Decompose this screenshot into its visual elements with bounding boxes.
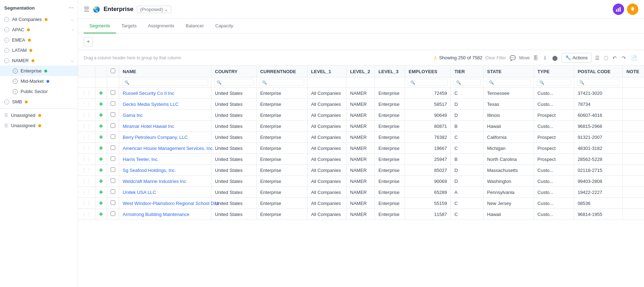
col-header-note[interactable]: NOTE [623, 66, 644, 77]
add-row-icon[interactable]: ✚ [99, 123, 103, 129]
add-row-icon[interactable]: ✚ [99, 167, 103, 173]
sidebar-item-unassigned-1[interactable]: ☰ Unassigned [0, 110, 78, 120]
company-link[interactable]: Miramar Hotel Hawaii Inc [123, 124, 174, 129]
col-header-currentnode[interactable]: CURRENTNODE [256, 66, 307, 77]
cell-tier: C [451, 132, 483, 143]
status-badge[interactable]: (Proposed) ⌄ [137, 6, 171, 13]
tab-targets[interactable]: Targets [116, 19, 143, 33]
add-row-icon[interactable]: ✚ [99, 145, 103, 151]
row-checkbox[interactable] [111, 167, 115, 172]
table-row: ⋮⋮ ✚ Armstrong Building Maintenance Unit… [78, 209, 644, 220]
add-row-icon[interactable]: ✚ [99, 90, 103, 96]
add-row-icon[interactable]: ✚ [99, 112, 103, 118]
company-link[interactable]: Russell Security Co II Inc [123, 91, 174, 96]
sidebar-item-latam[interactable]: ○ LATAM [0, 45, 78, 55]
company-link[interactable]: American House Management Services, Inc. [123, 146, 214, 151]
row-checkbox[interactable] [111, 200, 115, 205]
add-row-icon[interactable]: ✚ [99, 189, 103, 195]
cell-employees: 65289 [405, 187, 451, 198]
add-row-icon[interactable]: ✚ [99, 211, 103, 217]
search-name-input[interactable] [131, 80, 206, 85]
company-link[interactable]: West Windsor-Plainsboro Regional School … [123, 201, 219, 206]
company-link[interactable]: Gecko Media Systems LLC [123, 102, 179, 107]
sidebar-item-enterprise[interactable]: ○ Enterprise [0, 66, 78, 76]
tab-assignments[interactable]: Assignments [142, 19, 180, 33]
row-checkbox[interactable] [111, 189, 115, 194]
cell-type: Prospect [534, 143, 574, 154]
sidebar-item-mid-market[interactable]: ○ Mid-Market [0, 76, 78, 86]
sidebar-item-apac[interactable]: ○ APAC › [0, 25, 78, 35]
analytics-button[interactable] [613, 4, 624, 15]
add-cell: ✚ [95, 132, 107, 143]
add-row-icon[interactable]: ✚ [99, 101, 103, 107]
company-link[interactable]: Berry Petroleum Company, LLC [123, 135, 188, 140]
company-link[interactable]: Armstrong Building Maintenance [123, 212, 189, 217]
col-header-state[interactable]: STATE [483, 66, 534, 77]
comment-icon[interactable]: 💬 [508, 54, 517, 62]
company-link[interactable]: Harris Teeter, Inc. [123, 157, 159, 162]
col-header-employees[interactable]: EMPLOYEES [405, 66, 451, 77]
company-link[interactable]: Weldcraft Marine Industries Inc [123, 179, 186, 184]
settings-button[interactable] [627, 4, 638, 15]
download-icon[interactable]: ⇩ [542, 54, 549, 62]
tab-balancer[interactable]: Balancer [180, 19, 210, 33]
company-link[interactable]: Gama Inc [123, 113, 143, 118]
row-checkbox[interactable] [111, 101, 115, 106]
sidebar-item-unassigned-2[interactable]: ☰ Unassigned [0, 120, 78, 131]
delete-icon[interactable]: ⎕ [603, 54, 609, 62]
tab-segments[interactable]: Segments [84, 19, 116, 33]
export-icon[interactable]: 📄 [629, 54, 638, 62]
search-emp-input[interactable] [417, 80, 445, 85]
move-text[interactable]: Move [519, 55, 529, 60]
row-checkbox[interactable] [111, 156, 115, 161]
tab-capacity[interactable]: Capacity [210, 19, 239, 33]
redo-icon[interactable]: ↷ [620, 54, 627, 62]
row-checkbox[interactable] [111, 178, 115, 183]
col-header-level2[interactable]: LEVEL_2 [346, 66, 375, 77]
col-header-tier[interactable]: TIER [451, 66, 483, 77]
row-checkbox[interactable] [111, 134, 115, 139]
search-node-input[interactable] [268, 80, 302, 85]
search-tier-input[interactable] [462, 80, 478, 85]
search-state-input[interactable] [495, 80, 528, 85]
hamburger-icon[interactable]: ☰ [84, 5, 89, 13]
sidebar-item-smb[interactable]: ○ SMB [0, 97, 78, 107]
add-row-icon[interactable]: ✚ [99, 156, 103, 162]
cell-type: Custo... [534, 176, 574, 187]
circle-icon[interactable]: ⬤ [551, 54, 559, 62]
sidebar-item-public-sector[interactable]: ○ Public Sector [0, 86, 78, 97]
row-checkbox[interactable] [111, 211, 115, 216]
col-header-type[interactable]: TYPE [534, 66, 574, 77]
add-column-button[interactable]: + [84, 37, 93, 46]
sidebar-item-emea[interactable]: ○ EMEA [0, 35, 78, 45]
row-checkbox[interactable] [111, 145, 115, 150]
col-header-level3[interactable]: LEVEL_3 [375, 66, 405, 77]
actions-button[interactable]: 🔧 Actions [561, 53, 592, 63]
col-header-postal[interactable]: POSTAL CODE [574, 66, 623, 77]
database-icon[interactable]: 🗄 [532, 54, 539, 62]
row-checkbox[interactable] [111, 123, 115, 128]
sidebar-more-icon[interactable]: ⋯ [68, 5, 73, 11]
clear-filter-text[interactable]: Clear Filter [485, 55, 506, 60]
col-header-level1[interactable]: LEVEL_1 [307, 66, 346, 77]
sidebar-item-all-companies[interactable]: ○ All Companies ⌄ [0, 14, 78, 25]
select-all-checkbox[interactable] [111, 69, 115, 73]
search-name: 🔍 [119, 77, 211, 88]
add-row-icon[interactable]: ✚ [99, 200, 103, 206]
company-link[interactable]: Unitek USA LLC [123, 190, 156, 195]
col-header-name[interactable]: NAME [119, 66, 211, 77]
col-header-country[interactable]: COUNTRY [211, 66, 257, 77]
row-checkbox[interactable] [111, 90, 115, 95]
add-row-icon[interactable]: ✚ [99, 178, 103, 184]
sidebar-item-namer[interactable]: ○ NAMER ⌄ [0, 55, 78, 66]
row-checkbox[interactable] [111, 112, 115, 117]
add-toolbar: + [78, 33, 644, 50]
filter-icon[interactable]: ☰ [594, 54, 601, 62]
search-postal-input[interactable] [586, 80, 617, 85]
company-link[interactable]: Sg Seafood Holdings, Inc. [123, 168, 176, 173]
search-type-input[interactable] [546, 80, 568, 85]
check-cell [107, 187, 119, 198]
add-row-icon[interactable]: ✚ [99, 134, 103, 140]
search-country-input[interactable] [223, 80, 251, 85]
undo-icon[interactable]: ↶ [611, 54, 618, 62]
